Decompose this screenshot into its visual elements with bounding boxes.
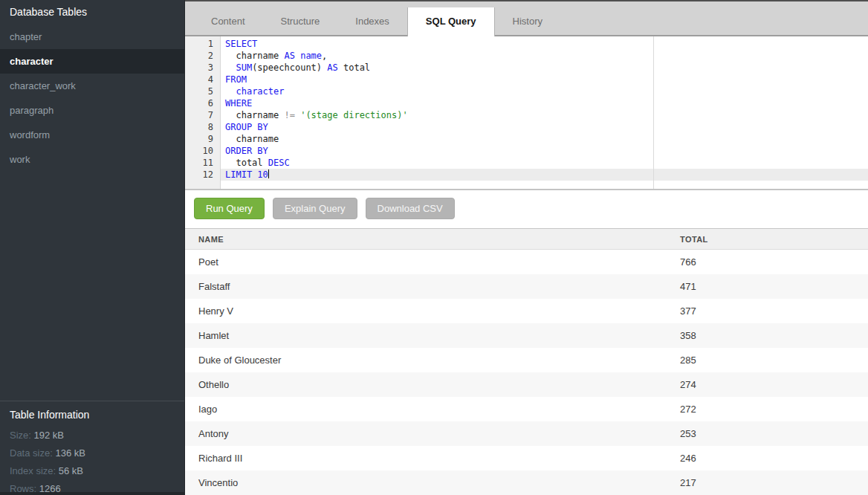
- line-number-gutter: 123456789101112: [185, 36, 221, 189]
- sql-token-kw: AS: [284, 51, 294, 61]
- sidebar-item-paragraph[interactable]: paragraph: [0, 98, 184, 123]
- cell-name: Hamlet: [185, 323, 680, 348]
- cell-name: Falstaff: [185, 274, 680, 299]
- cell-total: 766: [680, 250, 868, 274]
- code-line-1: SELECT: [221, 38, 868, 50]
- table-row[interactable]: Vincentio217: [185, 470, 868, 495]
- sql-token-str: '(stage directions)': [300, 110, 408, 120]
- table-row[interactable]: Iago272: [185, 397, 868, 421]
- stat-label: Index size:: [10, 465, 59, 476]
- line-number: 3: [185, 62, 213, 74]
- sql-token-id: charname: [225, 51, 284, 61]
- tab-history[interactable]: History: [495, 7, 560, 35]
- sidebar-title: Database Tables: [0, 0, 184, 25]
- sql-token-op: !=: [284, 110, 294, 120]
- line-number: 5: [185, 85, 213, 97]
- column-header-name[interactable]: NAME: [185, 229, 680, 250]
- tab-sql-query[interactable]: SQL Query: [407, 7, 495, 36]
- line-number: 10: [185, 145, 213, 157]
- tab-content[interactable]: Content: [193, 7, 263, 35]
- table-row[interactable]: Falstaff471: [185, 274, 868, 299]
- sql-token-id: ,: [322, 51, 327, 61]
- sql-token-kw: SUM: [236, 62, 252, 73]
- sql-token-id: [225, 86, 236, 97]
- code-line-12: LIMIT 10: [221, 169, 868, 181]
- stat-label: Data size:: [10, 447, 55, 459]
- cell-name: Iago: [185, 397, 680, 421]
- cell-name: Henry V: [185, 299, 680, 323]
- sql-token-id: charname: [225, 110, 284, 120]
- explain-query-button[interactable]: Explain Query: [273, 198, 357, 219]
- cell-total: 253: [680, 421, 868, 446]
- sidebar-item-wordform[interactable]: wordform: [0, 123, 184, 147]
- tab-structure[interactable]: Structure: [263, 7, 338, 35]
- sql-token-id: (speechcount): [252, 62, 327, 73]
- table-row[interactable]: Othello274: [185, 372, 868, 397]
- line-number: 8: [185, 121, 213, 133]
- table-row[interactable]: Duke of Gloucester285: [185, 348, 868, 372]
- sql-token-kw: WHERE: [225, 98, 252, 109]
- stat-value: 192 kB: [34, 430, 64, 441]
- results-header-row: NAMETOTAL: [185, 229, 868, 250]
- stat-value: 56 kB: [59, 465, 83, 476]
- code-line-2: charname AS name,: [221, 50, 868, 62]
- sidebar: Database Tables chaptercharactercharacte…: [0, 0, 184, 495]
- code-line-8: GROUP BY: [221, 121, 868, 133]
- sql-editor[interactable]: 123456789101112 SELECT charname AS name,…: [185, 36, 868, 190]
- cell-total: 471: [680, 274, 868, 299]
- line-number: 11: [185, 157, 213, 169]
- code-line-5: character: [221, 85, 868, 97]
- run-query-button[interactable]: Run Query: [194, 198, 265, 219]
- line-number: 2: [185, 50, 213, 62]
- text-caret: [268, 169, 269, 178]
- code-line-3: SUM(speechcount) AS total: [221, 62, 868, 74]
- results-area: NAMETOTAL Poet766Falstaff471Henry V377Ha…: [185, 228, 868, 495]
- cell-name: Poet: [185, 250, 680, 274]
- sql-token-kw: LIMIT 10: [225, 169, 268, 180]
- sidebar-bottom-strip: [0, 492, 184, 495]
- table-row[interactable]: Henry V377: [185, 299, 868, 323]
- table-row[interactable]: Richard III246: [185, 446, 868, 470]
- code-line-11: total DESC: [221, 157, 868, 169]
- cell-total: 217: [680, 470, 868, 495]
- sql-token-kw: AS: [327, 62, 337, 73]
- stat-value: 136 kB: [55, 447, 85, 459]
- line-number: 6: [185, 97, 213, 109]
- sql-token-kw: FROM: [225, 74, 247, 85]
- table-row[interactable]: Hamlet358: [185, 323, 868, 348]
- sidebar-item-character_work[interactable]: character_work: [0, 74, 184, 98]
- table-row[interactable]: Antony253: [185, 421, 868, 446]
- table-row[interactable]: Poet766: [185, 250, 868, 274]
- table-info-stat: Index size: 56 kB: [10, 462, 175, 480]
- sql-token-id: charname: [225, 134, 279, 144]
- sidebar-item-character[interactable]: character: [0, 49, 184, 74]
- cell-total: 274: [680, 372, 868, 397]
- table-info-stat: Data size: 136 kB: [10, 444, 175, 462]
- cell-total: 272: [680, 397, 868, 421]
- download-csv-button[interactable]: Download CSV: [366, 198, 455, 219]
- stat-label: Size:: [10, 430, 34, 441]
- sql-token-id: [225, 62, 236, 73]
- app-window: Database Tables chaptercharactercharacte…: [0, 0, 868, 495]
- sidebar-item-work[interactable]: work: [0, 147, 184, 172]
- results-table: NAMETOTAL Poet766Falstaff471Henry V377Ha…: [185, 228, 868, 495]
- cell-name: Othello: [185, 372, 680, 397]
- line-number: 1: [185, 38, 213, 50]
- tab-indexes[interactable]: Indexes: [337, 7, 407, 35]
- sql-token-id: total: [338, 62, 370, 73]
- cell-total: 285: [680, 348, 868, 372]
- results-body: Poet766Falstaff471Henry V377Hamlet358Duk…: [185, 250, 868, 495]
- cell-total: 377: [680, 299, 868, 323]
- sql-token-kw: SELECT: [225, 39, 257, 49]
- column-header-total[interactable]: TOTAL: [680, 229, 868, 250]
- code-line-7: charname != '(stage directions)': [221, 109, 868, 121]
- table-info-stat: Size: 192 kB: [10, 427, 175, 444]
- sql-token-kw: DESC: [268, 158, 290, 168]
- cell-name: Richard III: [185, 446, 680, 470]
- code-line-4: FROM: [221, 74, 868, 85]
- sidebar-item-chapter[interactable]: chapter: [0, 25, 184, 49]
- cell-name: Duke of Gloucester: [185, 348, 680, 372]
- code-line-10: ORDER BY: [221, 145, 868, 157]
- table-information-panel: Table Information Size: 192 kBData size:…: [0, 401, 184, 495]
- line-number: 4: [185, 74, 213, 85]
